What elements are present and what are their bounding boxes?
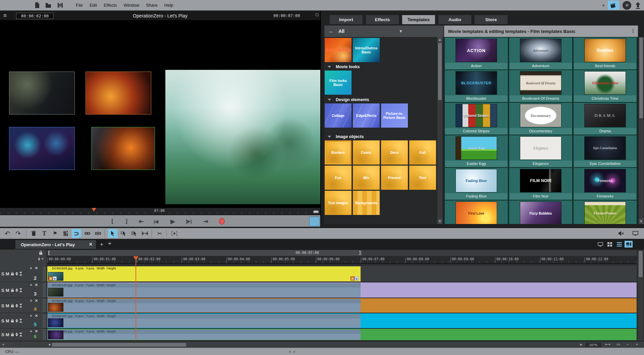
track-height-icon[interactable] <box>15 319 18 323</box>
tab-store[interactable]: Store <box>474 15 508 24</box>
track-collapse-icon[interactable] <box>19 288 22 292</box>
menu-help[interactable]: Help <box>164 3 173 8</box>
movie-tab[interactable]: OperationZero - Let's Play ✕ <box>15 240 96 249</box>
marker-flag-icon[interactable]: ⚑ <box>50 229 60 238</box>
scroll-down-icon[interactable]: ▼ <box>639 219 644 224</box>
video-preview-area[interactable] <box>0 20 320 208</box>
tile-full[interactable]: Full <box>409 140 436 165</box>
split-scissors-icon[interactable]: ✂ <box>155 229 164 238</box>
chevron-down-icon[interactable]: ▼ <box>399 29 403 34</box>
track-height-icon[interactable] <box>15 333 18 337</box>
track-add-button[interactable]: + <box>30 329 32 333</box>
menu-effects[interactable]: Effects <box>104 3 117 8</box>
jump-to-start-button[interactable]: ⇤ <box>136 217 147 226</box>
track-grip[interactable] <box>43 283 46 297</box>
timeline-clip[interactable]: DCIM3264.jpg X-pos. Y-pos. Width Height <box>47 329 361 340</box>
featured-tile-intros-outros[interactable]: Intros/Outros Basic <box>353 38 380 62</box>
filter-label[interactable]: All <box>338 29 344 34</box>
standard-mouse-mode-icon[interactable] <box>108 229 117 238</box>
zoom-range-icon[interactable] <box>170 229 179 238</box>
keyframe-lightning-icon[interactable] <box>38 257 44 261</box>
range-start-button[interactable]: [ <box>107 217 118 226</box>
monitor-icon[interactable] <box>631 229 640 238</box>
more-options-icon[interactable]: ⋮ <box>631 28 636 33</box>
new-project-icon[interactable] <box>34 2 41 9</box>
zoom-fit-width-icon[interactable]: ⟷ <box>605 342 610 347</box>
range-lock-icon[interactable] <box>39 251 43 255</box>
track-lock-icon[interactable] <box>11 333 14 337</box>
timeline-clip[interactable]: DCIM1120.jpg X-pos. Y-pos. Width Height <box>47 283 361 297</box>
close-icon[interactable]: ✕ <box>89 242 93 247</box>
tile-edgeeffects[interactable]: EdgeEffects <box>353 103 380 128</box>
keyframe-ab-badge[interactable]: AB <box>351 276 359 280</box>
track-height-icon[interactable] <box>15 304 18 307</box>
menu-edit[interactable]: Edit <box>90 3 97 8</box>
previous-frame-button[interactable]: |◀ <box>150 217 162 226</box>
tile-deco[interactable]: Deco <box>381 140 408 165</box>
tile-borders[interactable]: Borders <box>325 140 352 165</box>
solo-button[interactable]: S <box>1 332 4 337</box>
open-project-icon[interactable] <box>45 2 52 9</box>
snap-magnet-icon[interactable]: ⊃ <box>72 229 81 238</box>
template-grid-scrollbar[interactable]: ▼ <box>639 37 644 224</box>
mixer-icon[interactable] <box>61 229 70 238</box>
template-tile-easter-egg[interactable]: Easter Egg Easter Egg <box>445 135 508 167</box>
play-range-button[interactable]: [▶] <box>183 217 195 226</box>
scrub-handle[interactable] <box>313 211 319 213</box>
scroll-down-icon[interactable]: ▼ <box>437 219 442 224</box>
track-remove-button[interactable]: ✕ <box>35 314 38 318</box>
tile-comic[interactable]: Comic <box>353 140 380 165</box>
template-tile-best-friends[interactable]: Buddies Best friends <box>574 38 637 70</box>
title-editor-icon[interactable]: T <box>40 229 49 238</box>
template-tile-action[interactable]: ACTION Action <box>445 38 508 70</box>
category-scrollbar[interactable]: ▲ ▼ <box>437 37 442 224</box>
section-design-elements[interactable]: Design elements <box>324 97 443 102</box>
track-remove-button[interactable]: ✕ <box>35 283 38 287</box>
track-add-button[interactable]: + <box>30 314 32 318</box>
track-lock-icon[interactable] <box>11 272 14 276</box>
track-collapse-icon[interactable] <box>19 272 22 276</box>
tab-templates[interactable]: Templates <box>402 15 435 24</box>
solo-button[interactable]: S <box>1 303 4 308</box>
template-tile-drama[interactable]: DRAMA Drama <box>574 103 637 135</box>
preview-playhead[interactable] <box>92 208 96 212</box>
solo-button[interactable]: S <box>1 318 4 323</box>
track-remove-button[interactable]: ✕ <box>35 329 38 333</box>
zoom-fit-object-icon[interactable]: ▭ <box>616 342 620 347</box>
mute-audio-icon[interactable] <box>616 229 626 238</box>
scroll-left-icon[interactable]: ◄ <box>48 343 51 346</box>
track-remove-button[interactable]: ✕ <box>35 266 38 270</box>
track-lock-icon[interactable] <box>11 319 14 323</box>
record-button[interactable] <box>216 217 227 226</box>
view-timeline-mode-icon[interactable] <box>625 241 633 248</box>
playhead-line[interactable] <box>136 256 136 341</box>
tile-backgrounds[interactable]: Backgrounds <box>353 191 380 215</box>
track-grip[interactable] <box>43 329 46 340</box>
template-tile-christmas-time[interactable]: Christmas Time Christmas Time <box>574 70 637 102</box>
tile-test-images[interactable]: Test images <box>325 191 352 215</box>
template-tile-adventure[interactable]: Adventure Adventure <box>509 38 572 70</box>
preview-clip-thumbnail-5[interactable] <box>91 127 155 170</box>
single-object-mouse-mode-icon[interactable] <box>119 229 128 238</box>
track-add-button[interactable]: + <box>30 299 32 303</box>
zoom-in-icon[interactable]: + <box>636 342 638 346</box>
tab-audio[interactable]: Audio <box>438 15 472 24</box>
track-add-button[interactable]: + <box>30 266 32 270</box>
preview-rendering-button[interactable]: … <box>309 217 320 226</box>
upload-button[interactable] <box>635 2 641 9</box>
add-movie-button[interactable]: + <box>100 241 103 248</box>
preview-clip-thumbnail-2[interactable] <box>86 72 151 115</box>
timeline-clip[interactable]: DCIM1387.jpg X-pos. Y-pos. Width Height <box>47 314 361 328</box>
playhead-marker[interactable] <box>133 256 139 260</box>
keyframe-ab-badge[interactable]: AB <box>49 276 57 280</box>
template-tile-first-love[interactable]: First Love <box>445 201 508 224</box>
view-monitor-icon[interactable] <box>596 241 604 248</box>
tile-picture-in-picture[interactable]: Picture-in-Picture Basic <box>381 103 408 128</box>
track-lock-icon[interactable] <box>11 304 14 307</box>
tab-import[interactable]: Import <box>329 15 363 24</box>
view-grid-icon[interactable] <box>606 241 614 248</box>
template-tile-epic-constellation[interactable]: Epic Constellation Epic Constellation <box>574 135 637 167</box>
solo-button[interactable]: S <box>1 271 4 276</box>
movie-dropdown-icon[interactable] <box>108 243 111 245</box>
timeline-clip[interactable]: DCIM1845.jpg X-pos. Y-pos. Width Height … <box>47 266 361 281</box>
